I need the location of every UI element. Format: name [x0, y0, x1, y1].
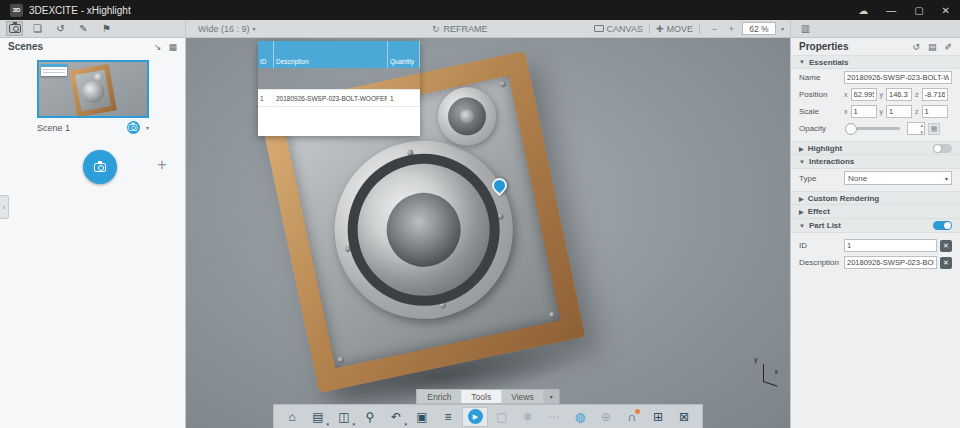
- tab-enrich[interactable]: Enrich: [417, 390, 461, 403]
- reframe-icon: ↻: [432, 24, 440, 34]
- canvas-label: CANVAS: [607, 24, 643, 34]
- scene-label[interactable]: Scene 1: [37, 123, 70, 133]
- tabs-chevron-down-icon[interactable]: ▾: [544, 390, 559, 403]
- scene-thumbnail-badge: [41, 64, 67, 76]
- camera-mode-button[interactable]: [6, 21, 23, 36]
- scene-card[interactable]: Scene 1 ▾: [37, 60, 149, 134]
- minimize-icon[interactable]: —: [886, 5, 896, 16]
- interaction-type-select[interactable]: None ▾: [844, 171, 952, 185]
- section-interactions-label: Interactions: [809, 157, 854, 166]
- viewport-3d[interactable]: ID Description Quantity 1 20180926-SWSP-…: [186, 38, 790, 428]
- sidebar-collapse-handle[interactable]: ‹: [0, 195, 9, 219]
- aspect-ratio-dropdown[interactable]: Wide (16 : 9) ▾: [186, 24, 256, 34]
- scenes-title: Scenes: [8, 41, 43, 52]
- scale-label: Scale: [799, 107, 841, 116]
- highlight-toggle[interactable]: [933, 144, 952, 153]
- export-icon[interactable]: ◫▾: [332, 407, 356, 427]
- scenes-panel: Scenes ↘ ▦ Scene 1 ▾: [0, 38, 186, 428]
- zoom-in-button[interactable]: +: [723, 21, 740, 36]
- section-interactions[interactable]: ▼ Interactions: [791, 155, 960, 169]
- annotate-button[interactable]: ✎: [75, 21, 92, 36]
- top-toolbar: ❏ ↺ ✎ ⚑ Wide (16 : 9) ▾ ↻ REFRAME CANVAS: [0, 20, 960, 38]
- part-list-toggle[interactable]: [933, 221, 952, 230]
- scenes-header-icons: ↘ ▦: [154, 42, 177, 52]
- scene-camera-badge[interactable]: [127, 121, 140, 134]
- opacity-slider[interactable]: [846, 127, 900, 130]
- scale-row: Scale x y z: [791, 103, 960, 120]
- opacity-extra-icon[interactable]: ▦: [928, 123, 940, 135]
- opacity-stepper[interactable]: [907, 122, 925, 135]
- capture-scene-button[interactable]: [83, 150, 117, 184]
- scene-thumbnail-speaker: [69, 64, 117, 117]
- flag-button[interactable]: ⚑: [98, 21, 115, 36]
- play-glyph: ▶: [473, 413, 478, 421]
- search-icon[interactable]: ⚲: [358, 407, 382, 427]
- tab-views[interactable]: Views: [501, 390, 544, 403]
- part-list-overlay-table[interactable]: ID Description Quantity 1 20180926-SWSP-…: [258, 41, 420, 136]
- zoom-chevron-icon[interactable]: ▾: [781, 25, 784, 32]
- screw: [549, 311, 556, 318]
- table-header-id: ID: [258, 41, 274, 68]
- canvas-icon: [594, 25, 604, 32]
- section-highlight[interactable]: ▶ Highlight: [791, 141, 960, 155]
- close-icon[interactable]: ✕: [942, 5, 950, 16]
- globe-icon[interactable]: ◍: [568, 407, 592, 427]
- triangle-icon: ▼: [799, 223, 805, 229]
- canvas-button[interactable]: CANVAS: [594, 24, 643, 34]
- part-id-input[interactable]: [844, 239, 937, 252]
- scale-z-input[interactable]: [922, 105, 948, 118]
- cloud-icon[interactable]: ☁: [858, 5, 868, 16]
- undo-icon[interactable]: ↶▾: [384, 407, 408, 427]
- home-glyph: ⌂: [288, 410, 295, 424]
- globe-grid-icon[interactable]: ⊕: [594, 407, 618, 427]
- triangle-icon: ▼: [799, 159, 805, 165]
- tab-tools[interactable]: Tools: [461, 390, 501, 403]
- section-part-list[interactable]: ▼ Part List: [791, 219, 960, 233]
- texture-icon[interactable]: ⊠: [672, 407, 696, 427]
- save-glyph: ▤: [312, 410, 323, 424]
- reset-icon[interactable]: ↺: [912, 42, 920, 52]
- print-icon[interactable]: ▣: [410, 407, 434, 427]
- refresh-button[interactable]: ↺: [52, 21, 69, 36]
- play-circle: ▶: [468, 409, 483, 424]
- clean-brush-icon[interactable]: ✐: [944, 42, 952, 52]
- maximize-icon[interactable]: ▢: [914, 5, 923, 16]
- section-custom-rendering[interactable]: ▶ Custom Rendering: [791, 191, 960, 205]
- scenes-copy-button[interactable]: ❏: [29, 21, 46, 36]
- grid-view-icon[interactable]: ▦: [168, 42, 177, 52]
- ellipsis-icon[interactable]: ⋯: [542, 407, 566, 427]
- scene-chevron-icon[interactable]: ▾: [146, 124, 149, 131]
- position-y-input[interactable]: [886, 88, 912, 101]
- layers-icon[interactable]: ≡: [436, 407, 460, 427]
- name-input[interactable]: [844, 71, 952, 84]
- scene-thumbnail[interactable]: [37, 60, 149, 118]
- position-x-input[interactable]: [851, 88, 877, 101]
- scale-x-input[interactable]: [851, 105, 877, 118]
- zoom-out-button[interactable]: −: [706, 21, 723, 36]
- clear-description-button[interactable]: ✕: [940, 257, 952, 269]
- axis-x-line: [763, 381, 778, 387]
- scale-y-input[interactable]: [886, 105, 912, 118]
- home-icon[interactable]: ⌂: [280, 407, 304, 427]
- snowflake-icon[interactable]: ❄: [516, 407, 540, 427]
- grid-icon[interactable]: ⊞: [646, 407, 670, 427]
- clear-id-button[interactable]: ✕: [940, 240, 952, 252]
- cell-description: 20180926-SWSP-023-BOLT-WOOFER A: [274, 90, 388, 106]
- zoom-level-value[interactable]: 62 %: [742, 22, 776, 35]
- section-effect[interactable]: ▶ Effect: [791, 205, 960, 219]
- cube-icon[interactable]: ▢: [490, 407, 514, 427]
- notifications-bell-icon[interactable]: ∩: [620, 407, 644, 427]
- save-icon[interactable]: ▤▾: [306, 407, 330, 427]
- section-essentials[interactable]: ▼ Essentials: [791, 55, 960, 69]
- part-description-input[interactable]: [844, 256, 937, 269]
- table-row[interactable]: 1 20180926-SWSP-023-BOLT-WOOFER A 1: [258, 89, 420, 107]
- play-icon[interactable]: ▶: [462, 407, 488, 427]
- move-button[interactable]: ✚ MOVE: [656, 24, 693, 34]
- properties-panel-icon[interactable]: ▥: [797, 21, 814, 36]
- reframe-button[interactable]: ↻ REFRAME: [432, 24, 488, 34]
- position-z-input[interactable]: [922, 88, 948, 101]
- add-scene-button[interactable]: +: [153, 156, 171, 174]
- cell-id: 1: [258, 90, 274, 106]
- tree-view-icon[interactable]: ↘: [154, 42, 162, 52]
- save-icon[interactable]: ▤: [928, 42, 937, 52]
